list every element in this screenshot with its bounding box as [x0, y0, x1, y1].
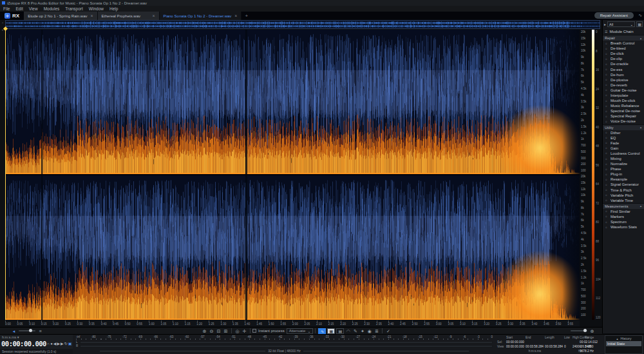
module-item[interactable]: ○ Breath Control: [603, 41, 644, 46]
record-button[interactable]: ●: [50, 342, 53, 346]
h-zoom-slider[interactable]: ◂ ≡: [10, 329, 44, 333]
module-item[interactable]: ○ Find Similar: [603, 209, 644, 214]
zoom-all-icon[interactable]: ⊞: [222, 329, 229, 333]
v-zoom-track[interactable]: [571, 330, 587, 331]
module-item[interactable]: ○ Interpolate: [603, 93, 644, 98]
history-filter-icon[interactable]: ▲: [616, 337, 618, 340]
zoom-selection-icon[interactable]: ⊟: [215, 329, 222, 333]
v-zoom-knob[interactable]: [583, 329, 587, 332]
module-item[interactable]: ○ De-bleed: [603, 46, 644, 51]
module-item[interactable]: ○ Waveform Stats: [603, 224, 644, 230]
time-unit-label[interactable]: h:m:s.ms: [506, 349, 564, 353]
module-item[interactable]: ○ Phase: [603, 166, 644, 172]
module-item[interactable]: ○ Spectrum: [603, 219, 644, 224]
module-item[interactable]: ○ De-hum: [603, 72, 644, 77]
harmonics-tool-icon[interactable]: ≣: [373, 329, 380, 333]
zoom-in-icon[interactable]: ⊕: [589, 329, 596, 333]
module-item[interactable]: ○ Resample: [603, 177, 644, 182]
zoom-in-icon[interactable]: ⊕: [201, 329, 208, 333]
module-item[interactable]: ○ Dither: [603, 130, 644, 135]
brush-tool-icon[interactable]: ✎: [352, 329, 359, 333]
history-item-selected[interactable]: Initial State: [606, 341, 641, 346]
lasso-tool-icon[interactable]: ◠: [345, 329, 352, 333]
presets-icon[interactable]: ≡: [37, 329, 44, 333]
module-item[interactable]: ○ Plug-in: [603, 172, 644, 177]
module-item[interactable]: ○ Mixing: [603, 156, 644, 161]
module-chain-item[interactable]: ☰ Module Chain: [603, 28, 644, 35]
menu-item[interactable]: Window: [89, 6, 104, 11]
module-item[interactable]: ○ Voice De-noise: [603, 119, 644, 124]
view-low-value[interactable]: 0: [564, 345, 572, 348]
menu-item[interactable]: Edit: [15, 6, 23, 11]
magic-wand-icon[interactable]: ✦: [359, 329, 366, 333]
scroll-lock-button[interactable]: ▣: [68, 342, 72, 346]
module-grid-button[interactable]: ▦: [636, 21, 643, 27]
module-item[interactable]: ○ Gain: [603, 146, 644, 151]
module-item[interactable]: ○ Guitar De-noise: [603, 88, 644, 93]
split-view-button[interactable]: ▤: [336, 328, 344, 334]
h-zoom-track[interactable]: [19, 330, 35, 331]
tab-close-icon[interactable]: ×: [234, 14, 237, 18]
find-similar-icon[interactable]: ◉: [366, 329, 373, 333]
sel-start-value[interactable]: 00:00:00.000: [506, 340, 525, 344]
module-item[interactable]: ○ Variable Time: [603, 198, 644, 203]
menu-item[interactable]: View: [29, 6, 38, 11]
amplitude-colorbar[interactable]: [592, 30, 594, 320]
module-item[interactable]: ○ EQ: [603, 135, 644, 141]
module-item[interactable]: ○ De-clip: [603, 56, 644, 61]
preview-icon[interactable]: ▸: [604, 22, 606, 26]
module-item[interactable]: ○ Mouth De-click: [603, 98, 644, 103]
module-item[interactable]: ○ Spectral Repair: [603, 113, 644, 119]
signal-flow-icon[interactable]: ∿: [638, 13, 642, 18]
module-item[interactable]: ○ Markers: [603, 214, 644, 219]
section-header-repair[interactable]: Repair ▲: [603, 35, 644, 41]
menu-item[interactable]: Help: [109, 6, 118, 11]
module-item[interactable]: ○ Loudness Control: [603, 151, 644, 156]
time-ruler[interactable]: 0:000:050:100:150:200:250:300:350:400:45…: [5, 320, 580, 326]
module-item[interactable]: ○ De-plosive: [603, 77, 644, 83]
apply-check-icon[interactable]: ✓: [384, 329, 392, 333]
spectrogram-right-channel[interactable]: [5, 175, 580, 320]
module-item[interactable]: ○ Variable Pitch: [603, 193, 644, 198]
tab-close-icon[interactable]: ×: [91, 14, 93, 18]
module-item[interactable]: ○ Music Rebalance: [603, 103, 644, 108]
view-length-value[interactable]: 00:03:58.284: [545, 345, 564, 348]
section-header-measurements[interactable]: Measurements ▲: [603, 203, 644, 209]
view-start-value[interactable]: 00:00:00.000: [506, 345, 525, 348]
module-item[interactable]: ○ De-reverb: [603, 83, 644, 88]
tab-piano-sonata-active[interactable]: Piano Sonata Op 1 No 2 - Dreamer.wav ×: [160, 12, 242, 20]
menu-item[interactable]: Transport: [65, 6, 83, 11]
module-item[interactable]: ○ De-crackle: [603, 61, 644, 66]
hand-tool-icon[interactable]: ✛: [241, 329, 248, 333]
spectrogram-view[interactable]: [5, 30, 580, 320]
module-filter-dropdown[interactable]: All ⌄: [607, 21, 635, 27]
play-button[interactable]: ▶: [57, 342, 60, 346]
spectrogram-left-channel[interactable]: [5, 30, 580, 174]
instant-process-checkbox[interactable]: [252, 329, 256, 333]
waveform-overview[interactable]: [5, 20, 600, 29]
h-zoom-knob[interactable]: [29, 329, 32, 332]
playhead-time-display[interactable]: 00:00:00.000: [1, 340, 46, 348]
tab-spring-rain[interactable]: Etude op 2 No 1 - Spring Rain.wav ×: [24, 12, 97, 20]
module-item[interactable]: ○ De-click: [603, 51, 644, 56]
overview-canvas[interactable]: [6, 21, 600, 28]
zoom-out-icon[interactable]: ⊖: [208, 329, 215, 333]
v-zoom-slider[interactable]: ⊕: [571, 329, 596, 333]
spectrogram-view-button[interactable]: ▦: [327, 328, 335, 334]
section-header-utility[interactable]: Utility ▲: [603, 124, 644, 130]
rewind-button[interactable]: ◀: [53, 342, 57, 346]
slider-arrow-icon[interactable]: ◂: [10, 329, 17, 333]
collapse-icon[interactable]: «: [2, 21, 3, 25]
module-item[interactable]: ○ De-ess: [603, 66, 644, 72]
waveform-view-button[interactable]: ∿: [318, 328, 326, 334]
tab-ethereal-prophets[interactable]: Ethereal Prophets.wav ×: [98, 12, 160, 20]
module-item[interactable]: ○ Fade: [603, 141, 644, 146]
module-item[interactable]: ○ Spectral De-noise: [603, 108, 644, 113]
module-item[interactable]: ○ Normalize: [603, 161, 644, 166]
repair-assistant-button[interactable]: Repair Assistant: [594, 12, 634, 19]
time-format-dropdown[interactable]: h:m:s.ms ▾: [0, 335, 73, 340]
playhead-line[interactable]: [5, 30, 6, 320]
tab-close-icon[interactable]: ×: [153, 14, 155, 18]
module-item[interactable]: ○ Time & Pitch: [603, 188, 644, 193]
loop-button[interactable]: ↻: [64, 342, 68, 346]
